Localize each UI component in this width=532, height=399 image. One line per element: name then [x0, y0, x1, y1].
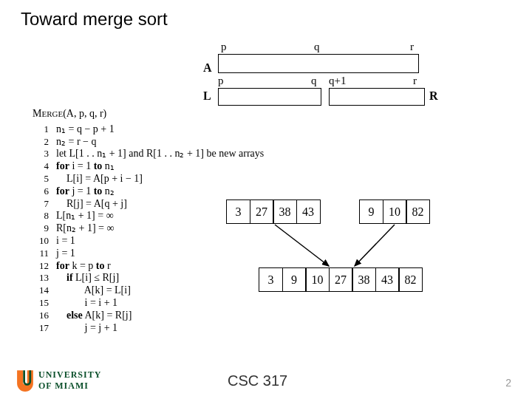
cell: 38: [273, 200, 297, 224]
array-R-box: [329, 88, 425, 106]
proc-header: MERGE(A, p, q, r): [33, 108, 264, 120]
label-L: L: [203, 89, 211, 103]
code-l17: j = j + 1: [56, 322, 117, 335]
cell: 43: [296, 200, 321, 224]
code-l11: j = 1: [56, 248, 75, 260]
code-l6: for j = 1 to n₂: [56, 185, 115, 198]
cell: 82: [406, 200, 430, 224]
page-number: 2: [505, 377, 511, 389]
label-p-top: p: [221, 41, 227, 53]
page-title: Toward merge sort: [21, 9, 168, 30]
u-shield-icon: [15, 369, 35, 392]
code-l5: L[i] = A[p + i − 1]: [56, 173, 143, 185]
array-L-box: [218, 88, 321, 106]
cell: 27: [250, 200, 274, 224]
logo-text-1: UNIVERSITY: [38, 369, 101, 381]
label-A: A: [203, 61, 212, 75]
university-logo: UNIVERSITY OF MIAMI: [15, 368, 118, 393]
merge-source-right: 9 10 82: [359, 200, 430, 224]
label-q-top: q: [314, 41, 320, 53]
code-l7: R[j] = A[q + j]: [56, 198, 127, 211]
cell: 9: [282, 267, 307, 292]
code-l13: if L[i] ≤ R[j]: [56, 272, 119, 284]
slide: Toward merge sort p q r A p q q+1 r L R …: [0, 0, 532, 399]
label-R: R: [429, 89, 438, 103]
cell: 3: [259, 267, 283, 292]
code-l8: L[n₁ + 1] = ∞: [56, 210, 114, 222]
code-l3: let L[1 . . n₁ + 1] and R[1 . . n₂ + 1] …: [56, 148, 264, 160]
code-l14: A[k] = L[i]: [56, 284, 131, 297]
course-code: CSC 317: [228, 372, 287, 389]
cell: 10: [383, 200, 407, 224]
label-r-bot: r: [413, 75, 417, 87]
code-l12: for k = p to r: [56, 260, 111, 273]
cell: 10: [305, 267, 330, 292]
logo-text-2: OF MIAMI: [38, 381, 89, 392]
code-l1: n₁ = q − p + 1: [56, 123, 115, 136]
cell: 82: [398, 267, 423, 292]
cell: 43: [375, 267, 400, 292]
proc-args: (A, p, q, r): [63, 108, 106, 119]
merge-source-left: 3 27 38 43: [226, 200, 321, 224]
label-q-bot: q: [311, 75, 317, 87]
code-l2: n₂ = r − q: [56, 136, 96, 149]
cell: 27: [329, 267, 353, 292]
label-r-top: r: [410, 41, 414, 53]
svg-line-0: [275, 225, 329, 266]
label-q-plus-1: q+1: [329, 75, 346, 87]
array-A-box: [218, 54, 419, 73]
label-p-bot: p: [218, 75, 224, 87]
code-l16: else A[k] = R[j]: [56, 310, 132, 322]
code-l9: R[n₂ + 1] = ∞: [56, 222, 114, 235]
code-l4: for i = 1 to n₁: [56, 160, 115, 173]
proc-name: MERGE: [33, 108, 63, 119]
cell: 9: [359, 200, 383, 224]
svg-line-1: [355, 225, 395, 266]
cell: 38: [352, 267, 376, 292]
cell: 3: [226, 200, 250, 224]
merge-result: 3 9 10 27 38 43 82: [259, 267, 423, 292]
code-l15: i = i + 1: [56, 297, 117, 310]
code-l10: i = 1: [56, 235, 75, 248]
